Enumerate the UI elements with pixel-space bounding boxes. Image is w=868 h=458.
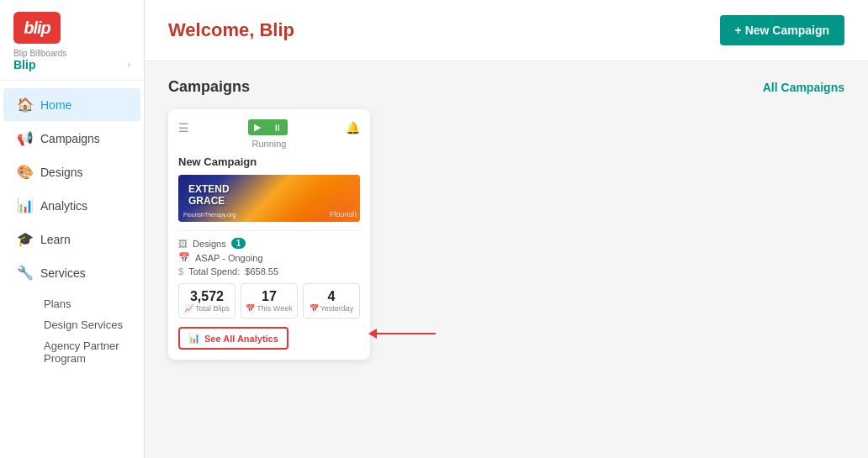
yesterday-icon: 📅: [310, 304, 319, 313]
nav-menu: 🏠 Home 📢 Campaigns 🎨 Designs 📊 Analytics…: [0, 81, 144, 458]
chevron-right-icon: ›: [127, 59, 130, 71]
sidebar-item-services-label: Services: [40, 266, 86, 280]
page-header: Welcome, Blip + New Campaign: [145, 0, 868, 61]
sidebar-item-analytics-label: Analytics: [40, 199, 87, 213]
main-content: Welcome, Blip + New Campaign Campaigns A…: [145, 0, 868, 458]
page-title: Welcome, Blip: [168, 19, 294, 41]
card-top-bar: ☰ ▶ ⏸ 🔔: [178, 119, 360, 135]
stat-yesterday: 4 📅 Yesterday: [303, 283, 360, 318]
designs-meta-label: Designs: [193, 239, 226, 249]
sidebar: blip Blip Billboards Blip › 🏠 Home 📢 Cam…: [0, 0, 145, 458]
brand-label: Blip Billboards: [13, 49, 130, 58]
sidebar-item-home-label: Home: [40, 98, 71, 112]
this-week-value: 17: [245, 289, 294, 304]
spend-label: Total Spend:: [188, 266, 240, 276]
sidebar-item-learn-label: Learn: [40, 233, 71, 246]
analytics-btn-row: 📊 See All Analytics: [178, 327, 360, 350]
total-blips-label: 📈 Total Blips: [183, 304, 231, 313]
stats-row: 3,572 📈 Total Blips 17 📅 This Week 4: [178, 283, 360, 318]
sidebar-item-designs-label: Designs: [40, 166, 83, 179]
logo-area: blip Blip Billboards Blip ›: [0, 0, 144, 81]
spend-meta-row: $ Total Spend: $658.55: [178, 266, 360, 276]
campaigns-section-header: Campaigns All Campaigns: [168, 78, 844, 96]
brand-name[interactable]: Blip: [13, 58, 35, 71]
logo: blip: [13, 12, 61, 44]
campaigns-title: Campaigns: [168, 78, 250, 96]
this-week-label: 📅 This Week: [245, 304, 294, 313]
yesterday-value: 4: [307, 289, 356, 304]
card-meta: 🖼 Designs 1 📅 ASAP - Ongoing $ Total Spe…: [178, 230, 360, 276]
analytics-btn-label: See All Analytics: [204, 334, 278, 344]
sidebar-subitem-plans[interactable]: Plans: [37, 293, 144, 314]
flourish-label: Flourish: [330, 210, 357, 218]
campaign-card: ☰ ▶ ⏸ 🔔 Running New Campaign EXTENDGRACE…: [168, 109, 370, 360]
campaign-image-text: EXTENDGRACE: [183, 179, 236, 211]
home-icon: 🏠: [17, 97, 32, 113]
calendar-icon: 📅: [178, 252, 190, 263]
learn-icon: 🎓: [17, 231, 32, 247]
designs-meta-icon: 🖼: [178, 239, 188, 249]
total-blips-value: 3,572: [183, 289, 231, 304]
pause-button[interactable]: ⏸: [267, 119, 288, 135]
play-pause-group: ▶ ⏸: [248, 119, 288, 135]
sidebar-subitem-design-services[interactable]: Design Services: [37, 314, 144, 335]
all-campaigns-link[interactable]: All Campaigns: [763, 81, 844, 94]
sidebar-item-services[interactable]: 🔧 Services: [3, 256, 140, 289]
week-icon: 📅: [246, 304, 255, 313]
arrow-annotation: [368, 329, 436, 339]
stat-total-blips: 3,572 📈 Total Blips: [178, 283, 236, 318]
hamburger-icon: ☰: [178, 121, 189, 134]
sidebar-item-home[interactable]: 🏠 Home: [3, 88, 140, 121]
sidebar-item-designs[interactable]: 🎨 Designs: [3, 155, 140, 188]
campaign-image: EXTENDGRACE FlourishTherapy.org Flourish: [178, 175, 360, 222]
analytics-btn-icon: 📊: [188, 333, 200, 344]
sidebar-item-campaigns-label: Campaigns: [40, 132, 100, 145]
dollar-icon: $: [178, 266, 183, 276]
designs-count-badge: 1: [231, 238, 246, 249]
campaign-name: New Campaign: [178, 155, 360, 168]
sidebar-item-learn[interactable]: 🎓 Learn: [3, 223, 140, 255]
arrow-line: [377, 333, 436, 334]
services-subnav: Plans Design Services Agency Partner Pro…: [0, 290, 144, 372]
sidebar-subitem-agency-partner[interactable]: Agency Partner Program: [37, 335, 144, 369]
schedule-meta-row: 📅 ASAP - Ongoing: [178, 252, 360, 263]
designs-icon: 🎨: [17, 164, 32, 180]
see-analytics-button[interactable]: 📊 See All Analytics: [178, 327, 288, 350]
arrow-head: [368, 329, 377, 339]
campaign-status: Running: [178, 139, 360, 149]
bell-icon[interactable]: 🔔: [346, 121, 360, 134]
blips-trend-icon: 📈: [184, 304, 193, 313]
play-button[interactable]: ▶: [248, 119, 267, 135]
analytics-icon: 📊: [17, 197, 32, 213]
brand-name-row: Blip ›: [13, 58, 130, 71]
spend-value: $658.55: [245, 266, 278, 276]
designs-meta-row: 🖼 Designs 1: [178, 238, 360, 249]
sidebar-item-campaigns[interactable]: 📢 Campaigns: [3, 122, 140, 155]
sidebar-item-analytics[interactable]: 📊 Analytics: [3, 189, 140, 222]
yesterday-label: 📅 Yesterday: [307, 304, 356, 313]
stat-this-week: 17 📅 This Week: [241, 283, 298, 318]
schedule-value: ASAP - Ongoing: [195, 253, 263, 263]
campaign-image-sub: FlourishTherapy.org: [183, 212, 236, 218]
content-area: Campaigns All Campaigns ☰ ▶ ⏸ 🔔 Running …: [145, 61, 868, 376]
new-campaign-button[interactable]: + New Campaign: [720, 15, 844, 45]
campaigns-icon: 📢: [17, 130, 32, 146]
services-icon: 🔧: [17, 265, 32, 281]
